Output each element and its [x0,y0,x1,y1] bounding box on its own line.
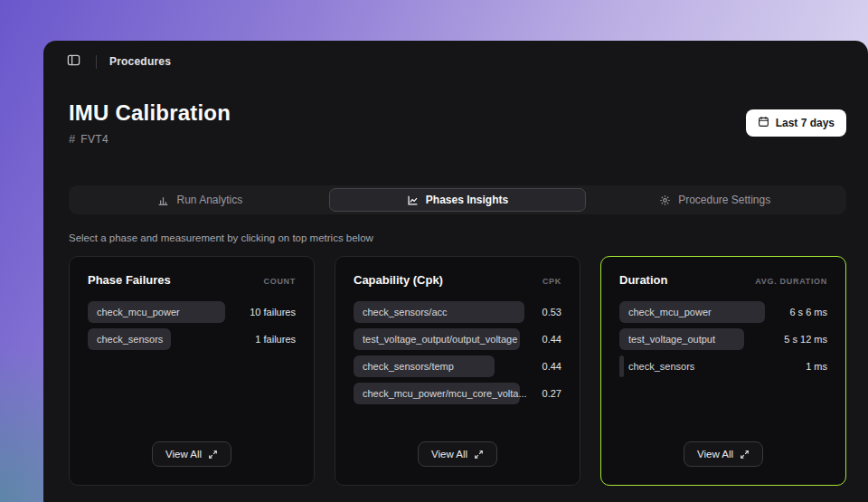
metric-row-value: 0.44 [535,361,561,372]
tab-bar: Run Analytics Phases Insights Procedure … [69,185,846,214]
metric-row-label: check_mcu_power/mcu_core_volta... [354,388,527,399]
metric-row-label: check_sensors/temp [354,361,454,372]
metric-unit-label: COUNT [264,277,297,286]
metric-row-label: check_sensors [619,361,694,372]
expand-icon [208,450,218,459]
gear-icon [659,194,671,206]
helper-text: Select a phase and measurement by clicki… [69,232,846,243]
metric-row-value: 6 s 6 ms [782,307,827,317]
metric-row-value: 0.27 [535,388,561,399]
tab-procedure-settings[interactable]: Procedure Settings [586,188,844,212]
top-bar: Procedures [43,41,868,82]
metric-rows: check_sensors/acc 0.53 test_voltage_outp… [354,301,561,404]
metric-rows: check_mcu_power 6 s 6 ms test_voltage_ou… [619,301,827,377]
metric-row-value: 1 failures [248,334,296,345]
sidebar-panel-icon [67,53,80,71]
expand-icon [740,450,750,459]
metric-row-value: 10 failures [242,307,296,317]
sidebar-toggle-button[interactable] [63,52,83,71]
view-all-label: View All [431,449,467,459]
tab-run-analytics[interactable]: Run Analytics [71,188,329,212]
metric-row[interactable]: check_mcu_power 10 failures [88,301,296,323]
metric-row-label: check_mcu_power [88,307,180,317]
card-capability-cpk[interactable]: Capability (Cpk) CPK check_sensors/acc 0… [335,256,580,486]
hash-icon: # [69,132,75,146]
metric-row-label: check_sensors/acc [354,307,448,317]
date-range-label: Last 7 days [776,117,835,129]
line-chart-icon [407,194,419,206]
card-title: Capability (Cpk) [354,273,443,287]
procedure-tag: # FVT4 [69,132,231,146]
metric-unit-label: CPK [542,277,561,286]
breadcrumb[interactable]: Procedures [109,55,171,68]
date-range-button[interactable]: Last 7 days [746,109,846,137]
metric-row-label: test_voltage_output/output_voltage [354,334,517,345]
tab-label: Phases Insights [426,194,508,206]
procedure-tag-label: FVT4 [80,133,108,146]
page-title: IMU Calibration [69,100,231,126]
metric-row[interactable]: check_mcu_power/mcu_core_volta... 0.27 [354,383,561,404]
page-header: IMU Calibration # FVT4 Last 7 days [43,82,868,146]
view-all-label: View All [697,449,733,459]
tab-label: Run Analytics [176,194,242,206]
metric-row[interactable]: check_sensors/temp 0.44 [354,355,561,377]
metric-row[interactable]: test_voltage_output 5 s 12 ms [619,328,827,350]
card-header: Capability (Cpk) CPK [354,273,561,287]
view-all-button[interactable]: View All [684,441,763,467]
metric-row-label: check_sensors [88,334,163,345]
calendar-icon [758,116,769,130]
metric-row[interactable]: check_mcu_power 6 s 6 ms [619,301,827,323]
view-all-label: View All [165,449,202,459]
metric-row-label: check_mcu_power [619,307,712,317]
tab-phases-insights[interactable]: Phases Insights [329,188,587,212]
card-title: Phase Failures [88,273,171,287]
metric-row[interactable]: check_sensors 1 failures [88,328,296,350]
metric-row-value: 1 ms [798,361,827,372]
metric-row[interactable]: check_sensors 1 ms [619,355,827,377]
metric-row-label: test_voltage_output [619,334,715,345]
metric-row-value: 0.44 [535,334,561,345]
metric-rows: check_mcu_power 10 failures check_sensor… [88,301,296,350]
bar-chart-icon [157,194,169,206]
tab-label: Procedure Settings [678,194,770,206]
view-all-button[interactable]: View All [152,441,231,467]
metric-cards: Phase Failures COUNT check_mcu_power 10 … [69,256,846,502]
app-window: Procedures IMU Calibration # FVT4 Last 7… [43,41,868,502]
expand-icon [474,450,484,459]
card-phase-failures[interactable]: Phase Failures COUNT check_mcu_power 10 … [69,256,315,486]
view-all-button[interactable]: View All [418,441,497,467]
title-block: IMU Calibration # FVT4 [69,100,231,146]
metric-row-value: 0.53 [535,307,561,317]
card-duration[interactable]: Duration AVG. DURATION check_mcu_power 6… [600,256,846,486]
metric-row[interactable]: check_sensors/acc 0.53 [354,301,561,323]
card-header: Duration AVG. DURATION [619,273,827,287]
topbar-divider [96,55,97,69]
card-header: Phase Failures COUNT [88,273,296,287]
card-title: Duration [619,273,667,287]
metric-row-value: 5 s 12 ms [777,334,827,345]
metric-unit-label: AVG. DURATION [755,277,827,286]
metric-row[interactable]: test_voltage_output/output_voltage 0.44 [354,328,561,350]
